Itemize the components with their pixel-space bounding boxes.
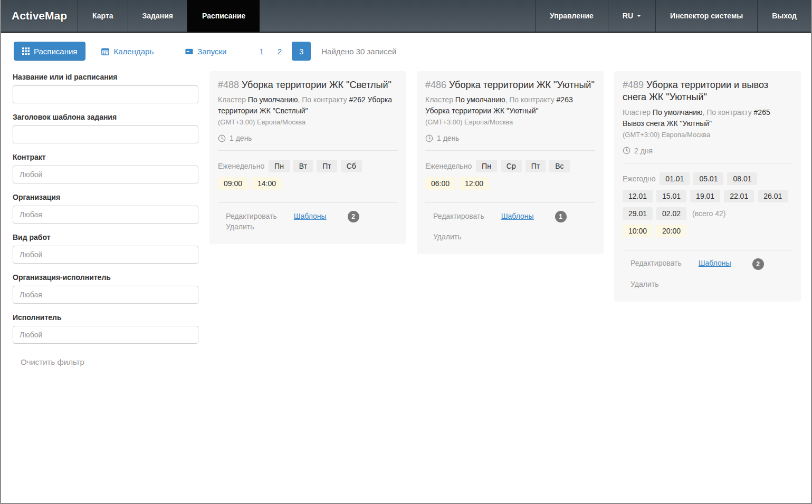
tab-calendar-label: Календарь [113,47,154,56]
templates-link-label: Шаблоны [699,259,731,267]
card-title: #488 Уборка территории ЖК "Светлый" [218,79,398,91]
delete-button[interactable]: Удалить [631,280,658,288]
duration-row: 1 день [218,134,398,142]
filter-executor-organization-input[interactable] [13,286,198,304]
period-chip: 26.01 [758,190,788,202]
timezone-label: (GMT+3:00) Европа/Москва [623,131,792,139]
contract-label: , По контракту [505,95,557,104]
total-count-note: (всего 42) [690,209,725,218]
nav-item-system-inspector[interactable]: Инспектор системы [655,0,757,32]
period-chip: 19.01 [690,190,720,202]
templates-link-label: Шаблоны [501,212,534,220]
view-toolbar: РасписанияКалендарьЗапуски 123 Найдено 3… [1,33,811,63]
period-chip: Пн [476,160,497,172]
filter-executor-input[interactable] [13,326,198,344]
recurrence-label: Ежегодно [623,175,657,183]
card-actions-row: РедактироватьШаблоны1 [425,211,595,222]
pagination: 123 [253,42,314,61]
nav-item-language[interactable]: RU [608,0,655,32]
period-chip: Пт [317,160,337,172]
filter-executor-label: Исполнитель [13,313,198,322]
schedule-card: #486 Уборка территории ЖК "Уютный"Класте… [417,71,604,254]
tab-schedules-label: Расписания [34,47,77,56]
recurrence-row: Еженедельно ПнСрПтВс [425,159,595,177]
filter-template-title-input[interactable] [13,125,198,143]
period-chip: 08.01 [727,172,757,185]
templates-count-badge: 1 [555,211,567,222]
templates-button[interactable]: Шаблоны2 [294,212,359,220]
tab-launches-label: Запуски [197,47,226,56]
period-chip: 29.01 [623,207,653,220]
delete-button[interactable]: Удалить [226,222,254,231]
recurrence-row: Еженедельно ПнВтПтСб [218,159,398,177]
tab-schedules[interactable]: Расписания [14,42,85,61]
cluster-label: Кластер [623,108,653,117]
times-row: 10:0020:00 [623,225,792,242]
period-chip: Сб [341,160,362,172]
card-title-text: Уборка территории ЖК "Уютный" [449,80,595,90]
card-actions-row: Удалить [425,232,595,241]
card-title: #489 Уборка территории и вывоз снега ЖК … [623,79,792,104]
edit-button[interactable]: Редактировать [433,212,484,220]
app-logo[interactable]: ActiveMap [1,0,78,32]
period-chip: Вс [549,160,569,172]
clock-icon [623,147,631,154]
period-chip: Ср [501,160,522,172]
card-meta: Кластер По умолчанию, По контракту #262 … [218,94,398,117]
filter-contract-input[interactable] [13,166,198,183]
results-count: Найдено 30 записей [321,47,396,56]
timezone-label: (GMT+3:00) Европа/Москва [425,118,595,126]
clear-filter-link[interactable]: Очистить фильтр [21,357,84,366]
templates-button[interactable]: Шаблоны1 [501,212,567,220]
tab-calendar[interactable]: Календарь [93,42,161,61]
filter-sidebar: Название или id расписанияЗаголовок шабл… [13,63,198,367]
filter-organization-input[interactable] [13,206,198,224]
grid-icon [22,47,30,55]
main-nav: КартаЗаданияРасписание [78,0,260,32]
nav-item-logout[interactable]: Выход [757,0,811,32]
card-meta: Кластер По умолчанию, По контракту #265 … [623,107,792,129]
contract-label: , По контракту [703,108,754,117]
page-3[interactable]: 3 [292,42,311,61]
cluster-value: По умолчанию [653,108,703,117]
filter-template-title-label: Заголовок шаблона задания [13,113,198,121]
card-title-text: Уборка территории ЖК "Светлый" [242,80,391,90]
page-1[interactable]: 1 [260,47,264,56]
calendar-icon [101,47,109,55]
period-chip: 15.01 [656,190,686,202]
nav-item-management[interactable]: Управление [535,0,608,32]
content-area: Название или id расписанияЗаголовок шабл… [1,63,811,367]
card-title: #486 Уборка территории ЖК "Уютный" [425,79,595,91]
clock-icon [425,134,433,142]
cluster-value: По умолчанию [455,95,505,104]
period-chip: 02.02 [656,207,686,220]
schedule-card: #489 Уборка территории и вывоз снега ЖК … [614,71,801,302]
times-row: 06:0012:00 [425,177,595,195]
cluster-label: Кластер [425,95,455,104]
templates-count-badge: 2 [348,211,359,222]
edit-button[interactable]: Редактировать [226,212,277,220]
filter-schedule-name-input[interactable] [13,85,198,103]
chevron-down-icon [637,15,641,17]
filter-work-type-label: Вид работ [13,233,198,241]
period-chip: 12.01 [623,190,653,202]
filter-schedule-name-label: Название или id расписания [13,73,198,81]
edit-button[interactable]: Редактировать [631,259,682,267]
delete-button[interactable]: Удалить [433,232,461,241]
time-chip: 12:00 [459,177,489,190]
tab-launches[interactable]: Запуски [177,42,234,61]
cluster-value: По умолчанию [248,95,298,104]
templates-button[interactable]: Шаблоны2 [699,259,764,267]
filter-contract-label: Контракт [13,153,198,161]
nav-item-schedule[interactable]: Расписание [187,0,260,32]
duration-label: 2 дня [634,147,653,155]
page-2[interactable]: 2 [278,47,282,56]
duration-row: 1 день [425,134,595,142]
nav-item-tasks[interactable]: Задания [128,0,187,32]
filter-work-type-input[interactable] [13,246,198,264]
period-chip: 22.01 [724,190,754,202]
recurrence-label: Еженедельно [218,162,266,170]
nav-item-map[interactable]: Карта [78,0,128,32]
schedule-card-list: #488 Уборка территории ЖК "Светлый"Класт… [209,71,801,367]
period-chip: 01.01 [660,172,690,185]
